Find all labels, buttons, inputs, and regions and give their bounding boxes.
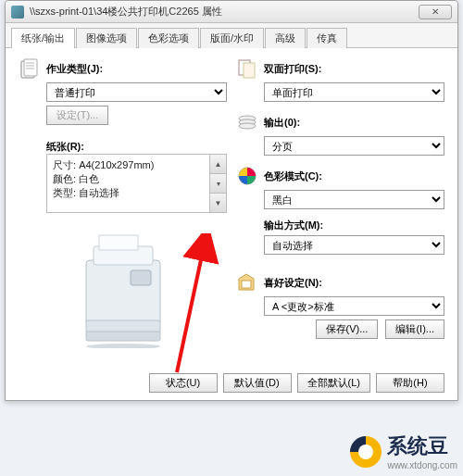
preferences-icon [236,271,258,294]
properties-window: \\szxs-print-01\34楼公共打印机C2265 属性 ✕ 纸张/输出… [5,0,458,401]
paper-scroll-up[interactable]: ▲ [210,155,226,174]
right-column: 双面打印(S): 单面打印 输出(0): 分页 色彩模式 [236,57,444,354]
site-watermark: 系统豆 www.xtdong.com [350,432,457,470]
pref-save-button[interactable]: 保存(V)... [316,319,379,339]
colormode-icon [236,165,258,187]
outmethod-select[interactable]: 自动选择 [264,235,444,255]
output-select[interactable]: 分页 [264,136,444,156]
tab-strip: 纸张/输出 图像选项 色彩选项 版面/水印 高级 传真 [6,23,457,48]
defaults-button[interactable]: 默认值(D) [223,373,292,393]
svg-point-16 [239,123,256,129]
colormode-label: 色彩模式(C): [264,169,322,183]
tab-paper-output[interactable]: 纸张/输出 [11,28,75,48]
left-column: 作业类型(J): 普通打印 设定(T)... 纸张(R): 尺寸: A4(210… [19,57,227,354]
pref-edit-button[interactable]: 编辑(I)... [385,319,444,339]
paper-dropdown-toggle[interactable]: ▾ [210,174,226,194]
svg-rect-9 [131,270,151,285]
tab-fax[interactable]: 传真 [307,28,347,48]
watermark-url: www.xtdong.com [387,460,457,470]
duplex-icon [236,57,258,80]
paper-info: 尺寸: A4(210x297mm) 颜色: 白色 类型: 自动选择 [47,155,209,212]
tab-layout-watermark[interactable]: 版面/水印 [200,28,264,48]
output-icon [236,111,258,133]
svg-rect-8 [86,332,160,341]
svg-rect-13 [244,63,255,78]
outmethod-label: 输出方式(M): [264,219,323,232]
svg-rect-18 [242,281,251,288]
paper-scroll-down[interactable]: ▼ [210,194,226,212]
paper-box: 尺寸: A4(210x297mm) 颜色: 白色 类型: 自动选择 ▲ ▾ ▼ [46,154,227,213]
preferences-label: 喜好设定(N): [264,276,322,290]
paper-label: 纸张(R): [46,140,84,154]
svg-point-11 [86,344,160,348]
printer-illustration [68,228,179,350]
tab-panel: 作业类型(J): 普通打印 设定(T)... 纸张(R): 尺寸: A4(210… [6,48,457,400]
jobtype-label: 作业类型(J): [46,62,103,76]
app-icon [11,6,24,19]
status-button[interactable]: 状态(U) [149,373,218,393]
bottom-button-bar: 状态(U) 默认值(D) 全部默认(L) 帮助(H) [19,373,444,393]
window-title: \\szxs-print-01\34楼公共打印机C2265 属性 [30,5,419,19]
close-button[interactable]: ✕ [419,5,452,19]
preferences-select[interactable]: A <更改>标准 [264,296,444,316]
alldefaults-button[interactable]: 全部默认(L) [297,373,370,393]
tab-advanced[interactable]: 高级 [265,28,306,48]
duplex-label: 双面打印(S): [264,62,321,76]
jobtype-select[interactable]: 普通打印 [46,82,227,102]
watermark-logo-icon [350,436,382,468]
paper-scroll: ▲ ▾ ▼ [209,155,226,212]
paper-group: 纸张(R): 尺寸: A4(210x297mm) 颜色: 白色 类型: 自动选择… [19,140,227,213]
colormode-select[interactable]: 黑白 [264,190,444,209]
titlebar: \\szxs-print-01\34楼公共打印机C2265 属性 ✕ [6,1,457,23]
jobtype-settings-button[interactable]: 设定(T)... [46,106,108,125]
svg-rect-10 [99,235,138,250]
help-button[interactable]: 帮助(H) [376,373,444,393]
jobtype-icon [19,57,41,80]
tab-color-options[interactable]: 色彩选项 [138,28,199,48]
svg-rect-1 [24,59,37,76]
jobtype-group: 作业类型(J): 普通打印 设定(T)... [19,57,227,125]
watermark-text: 系统豆 [387,432,457,460]
output-label: 输出(0): [264,116,300,130]
tab-image-options[interactable]: 图像选项 [76,28,137,48]
duplex-select[interactable]: 单面打印 [264,82,444,102]
